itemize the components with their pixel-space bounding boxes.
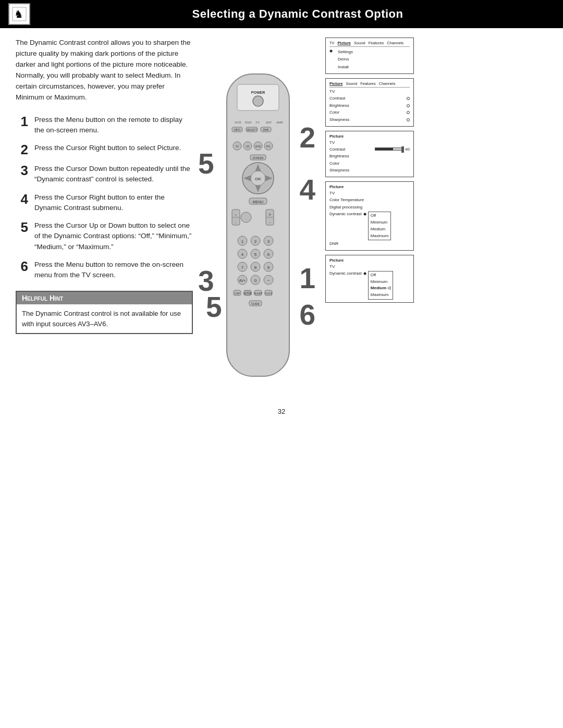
diag2-feat: Features	[360, 81, 376, 86]
svg-text:SAT: SAT	[266, 121, 272, 124]
svg-text:INFO: INFO	[234, 128, 240, 131]
diag5-opt-med: Medium ◁	[371, 285, 390, 292]
diagram-2: Picture Sound Features Channels TV Contr…	[325, 78, 414, 126]
diag1-snd: Sound	[354, 41, 365, 45]
diag3-color: Color	[329, 160, 410, 167]
diag4-tv: TV	[329, 191, 410, 195]
diag1-header: TV Picture Sound Features Channels	[329, 41, 410, 47]
diag2-color: Color	[329, 109, 410, 116]
svg-text:CAP: CAP	[235, 292, 240, 295]
callout-5a: 5	[198, 150, 214, 178]
diag5-opt-max: Maximum	[371, 292, 390, 299]
center-area: 5 2 4 3 5 1 6 POWER VCR DVD	[203, 38, 318, 392]
svg-text:DVD: DVD	[245, 121, 252, 124]
svg-text:OK: OK	[255, 177, 261, 181]
diag1-chan: Channels	[387, 41, 403, 45]
screen-diagrams: TV Picture Sound Features Channels ◆ Set…	[325, 38, 414, 392]
diag2-color-label: Color	[329, 109, 339, 116]
diag5-dynamic-label: Dynamic contrast	[329, 271, 362, 276]
callout-1: 1	[299, 264, 315, 293]
svg-text:GUIDE: GUIDE	[251, 302, 260, 305]
diag1-tv: TV	[329, 41, 335, 45]
svg-point-5	[253, 96, 263, 106]
diag3-slider-value: 40	[405, 146, 410, 153]
diag1-body: ◆ Settings Demo Install	[329, 48, 410, 71]
diag2-contrast: Contrast	[329, 95, 410, 102]
diag3-slider-thumb	[401, 146, 404, 153]
diag2-snd: Sound	[346, 81, 357, 86]
svg-text:9: 9	[267, 265, 270, 270]
step-5-number: 5	[16, 220, 28, 234]
svg-text:4: 4	[241, 252, 244, 257]
svg-text:7: 7	[241, 265, 244, 270]
callout-5b: 5	[206, 293, 222, 322]
callout-2: 2	[299, 124, 315, 152]
diagram-5: Picture TV Dynamic contrast ◆ Off Minimu…	[325, 255, 414, 303]
diag4-dynamic-label: Dynamic contrast	[329, 212, 362, 216]
diag2-brightness-label: Brightness	[329, 102, 349, 109]
diag2-brightness-dot	[407, 104, 410, 107]
left-column: The Dynamic Contrast control allows you …	[16, 38, 203, 392]
svg-text:MENU: MENU	[253, 200, 264, 204]
diag2-chan: Channels	[379, 81, 396, 86]
svg-text:2: 2	[254, 239, 257, 244]
step-2: 2 Press the Cursor Right button to selec…	[16, 143, 193, 156]
svg-text:DNR: DNR	[263, 128, 269, 131]
helpful-hint: Helpful Hint The Dynamic Contrast contro…	[16, 291, 193, 334]
diag4-digital: Digital processing	[329, 204, 410, 211]
svg-text:6: 6	[267, 252, 270, 257]
step-2-text: Press the Cursor Right button to select …	[34, 143, 181, 153]
diag5-dot-symbol: ◆	[363, 271, 366, 276]
diag5-dynamic-row: Dynamic contrast ◆ Off Minimum Medium ◁ …	[329, 271, 410, 300]
diag4-opt-min: Minimum	[371, 219, 389, 226]
step-3-text: Press the Cursor Down button repeatedly …	[34, 164, 193, 185]
diag1-demo: Demo	[338, 56, 353, 63]
diag5-picture: Picture	[329, 258, 410, 263]
diag2-tv: TV	[329, 89, 410, 94]
step-1-number: 1	[16, 115, 28, 128]
diag3-picture: Picture	[329, 134, 410, 139]
remote-svg: POWER VCR DVD TV SAT AMP INFO SELECT DNR	[214, 69, 302, 392]
diag3-color-label: Color	[329, 160, 339, 167]
step-2-number: 2	[16, 143, 28, 156]
step-5-text: Press the Cursor Up or Down button to se…	[34, 220, 193, 252]
diag2-pic: Picture	[329, 81, 342, 86]
diag4-dot-symbol: ◆	[363, 212, 366, 216]
diag3-brightness: Brightness	[329, 153, 410, 160]
svg-point-40	[241, 212, 251, 223]
svg-text:DVD: DVD	[255, 145, 261, 148]
diag1-pic: Picture	[338, 41, 351, 45]
svg-text:SLEEP: SLEEP	[254, 292, 263, 295]
diag2-contrast-dot	[407, 97, 410, 100]
helpful-hint-title: Helpful Hint	[17, 292, 192, 304]
diag5-options: Off Minimum Medium ◁ Maximum	[368, 271, 393, 300]
page-header: ♞ Selecting a Dynamic Contrast Option	[0, 0, 563, 28]
main-content: The Dynamic Contrast control allows you …	[0, 38, 563, 392]
diag4-dnr: DNR	[329, 240, 410, 248]
diag4-opt-med: Medium	[371, 226, 389, 233]
diag4-dynamic-row: Dynamic contrast ◆ Off Minimum Medium Ma…	[329, 212, 410, 240]
diag5-opt-off: Off	[371, 272, 390, 279]
logo: ♞	[8, 3, 30, 25]
step-1-text: Press the Menu button on the remote to d…	[34, 115, 193, 136]
diag1-install: Install	[338, 64, 353, 71]
svg-text:8: 8	[254, 265, 257, 270]
svg-text:ACTVE: ACTVE	[243, 292, 252, 295]
diag3-contrast-label: Contrast	[329, 146, 345, 153]
svg-text:0: 0	[254, 278, 257, 283]
diag2-color-dot	[407, 111, 410, 114]
svg-text:5: 5	[254, 252, 257, 257]
svg-text:SELECT: SELECT	[247, 128, 256, 131]
diagram-4: Picture TV Color Temperature Digital pro…	[325, 181, 414, 251]
svg-text:♞: ♞	[14, 8, 23, 20]
page-number: 32	[0, 408, 563, 426]
diag2-sharpness-dot	[407, 118, 410, 121]
svg-text:1: 1	[241, 239, 244, 244]
svg-text:P: P	[269, 213, 271, 216]
intro-text: The Dynamic Contrast control allows you …	[16, 38, 193, 103]
callout-4: 4	[299, 176, 315, 204]
step-3-number: 3	[16, 164, 28, 177]
svg-text:TV: TV	[255, 121, 260, 124]
svg-text:AMP: AMP	[276, 121, 283, 124]
svg-text:SCREEN: SCREEN	[253, 156, 264, 159]
